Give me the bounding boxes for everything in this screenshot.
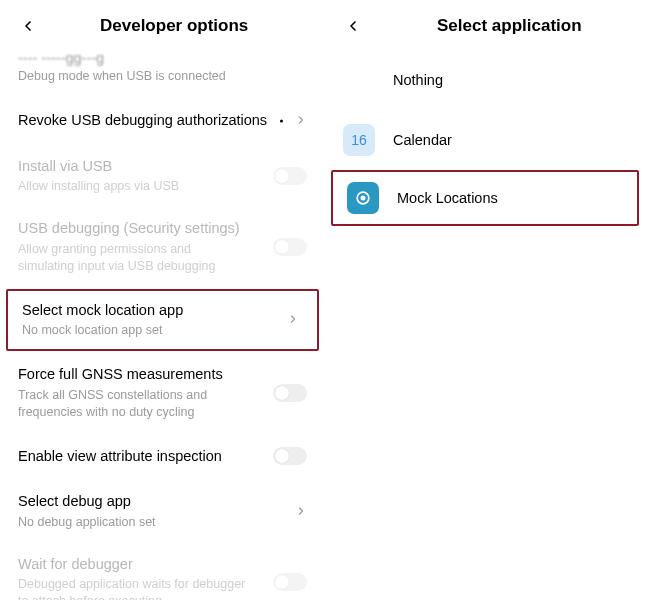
back-button[interactable] [16, 14, 40, 38]
setting-wait-debugger: Wait for debugger Debugged application w… [0, 543, 325, 600]
item-subtitle: Debug mode when USB is connected [18, 68, 307, 85]
developer-options-screen: Developer options ---- -----gg---g Debug… [0, 0, 325, 600]
setting-usb-debugging[interactable]: ---- -----gg---g Debug mode when USB is … [0, 50, 325, 97]
mock-locations-icon [347, 182, 379, 214]
setting-force-gnss[interactable]: Force full GNSS measurements Track all G… [0, 353, 325, 432]
item-subtitle: Allow installing apps via USB [18, 178, 307, 195]
setting-select-debug-app[interactable]: Select debug app No debug application se… [0, 480, 325, 542]
app-item-nothing[interactable]: Nothing [325, 50, 651, 110]
app-icon-blank [343, 64, 375, 96]
item-subtitle: Debugged application waits for debugger … [18, 576, 307, 600]
item-title: Enable view attribute inspection [18, 447, 307, 467]
header: Developer options [0, 0, 325, 50]
setting-usb-security: USB debugging (Security settings) Allow … [0, 207, 325, 286]
item-title: Install via USB [18, 157, 307, 177]
header: Select application [325, 0, 651, 50]
toggle-switch [273, 167, 307, 185]
chevron-left-icon [345, 18, 361, 34]
select-application-screen: Select application Nothing 16 Calendar M… [325, 0, 651, 600]
back-button[interactable] [341, 14, 365, 38]
chevron-right-icon [295, 112, 307, 130]
item-title: USB debugging (Security settings) [18, 219, 307, 239]
item-title: Select mock location app [22, 301, 303, 321]
calendar-icon: 16 [343, 124, 375, 156]
toggle-switch [273, 238, 307, 256]
chevron-left-icon [20, 18, 36, 34]
setting-view-attribute[interactable]: Enable view attribute inspection [0, 432, 325, 480]
setting-install-via-usb: Install via USB Allow installing apps vi… [0, 145, 325, 207]
chevron-right-icon [287, 311, 299, 329]
item-subtitle: Track all GNSS constellations and freque… [18, 387, 307, 421]
app-label: Calendar [393, 132, 452, 148]
item-title: ---- -----gg---g [18, 50, 307, 66]
setting-mock-location[interactable]: Select mock location app No mock locatio… [8, 291, 317, 349]
app-item-calendar[interactable]: 16 Calendar [325, 110, 651, 170]
app-label: Mock Locations [397, 190, 498, 206]
settings-list: ---- -----gg---g Debug mode when USB is … [0, 50, 325, 600]
svg-point-1 [361, 196, 366, 201]
item-subtitle: No debug application set [18, 514, 307, 531]
app-label: Nothing [393, 72, 443, 88]
app-list: Nothing 16 Calendar Mock Locations [325, 50, 651, 226]
app-item-mock-locations[interactable]: Mock Locations [333, 172, 637, 224]
chevron-right-icon [295, 503, 307, 521]
item-subtitle: No mock location app set [22, 322, 303, 339]
item-title: Wait for debugger [18, 555, 307, 575]
highlight-box: Mock Locations [331, 170, 639, 226]
dot-indicator [280, 119, 283, 122]
page-title: Select application [437, 16, 582, 36]
setting-revoke-usb-auth[interactable]: Revoke USB debugging authorizations [0, 97, 325, 145]
item-subtitle: Allow granting permissions and simulatin… [18, 241, 307, 275]
item-title: Force full GNSS measurements [18, 365, 307, 385]
item-title: Select debug app [18, 492, 307, 512]
toggle-switch [273, 573, 307, 591]
highlight-box: Select mock location app No mock locatio… [6, 289, 319, 351]
item-title: Revoke USB debugging authorizations [18, 111, 307, 131]
toggle-switch[interactable] [273, 447, 307, 465]
toggle-switch[interactable] [273, 384, 307, 402]
page-title: Developer options [100, 16, 248, 36]
